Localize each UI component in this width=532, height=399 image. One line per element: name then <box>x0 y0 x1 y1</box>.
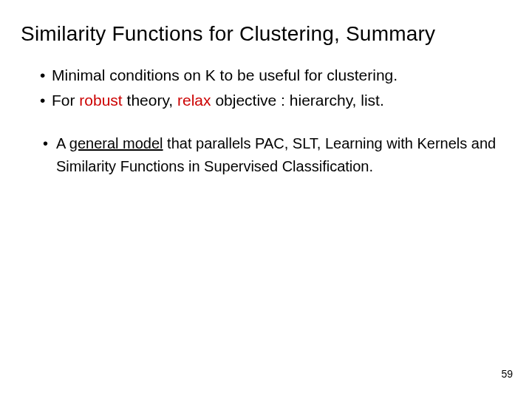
bullet-text: Minimal conditions on K to be useful for… <box>52 66 398 83</box>
page-number: 59 <box>501 368 513 380</box>
bullet-list-1: Minimal conditions on K to be useful for… <box>21 65 511 112</box>
bullet-text-pre: A <box>56 135 69 151</box>
slide-title: Similarity Functions for Clustering, Sum… <box>21 22 511 46</box>
bullet-text-mid: theory, <box>123 92 177 109</box>
list-item: A general model that parallels PAC, SLT,… <box>43 132 511 178</box>
list-item: Minimal conditions on K to be useful for… <box>40 65 511 86</box>
bullet-text-underline: general model <box>69 135 163 151</box>
bullet-text-mid: objective : hierarchy, list. <box>211 92 384 109</box>
bullet-text-pre: For <box>52 92 79 109</box>
bullet-list-2: A general model that parallels PAC, SLT,… <box>21 132 511 178</box>
bullet-text-red: relax <box>177 92 211 109</box>
slide: Similarity Functions for Clustering, Sum… <box>0 0 532 399</box>
list-item: For robust theory, relax objective : hie… <box>40 90 511 111</box>
bullet-text-red: robust <box>79 92 122 109</box>
